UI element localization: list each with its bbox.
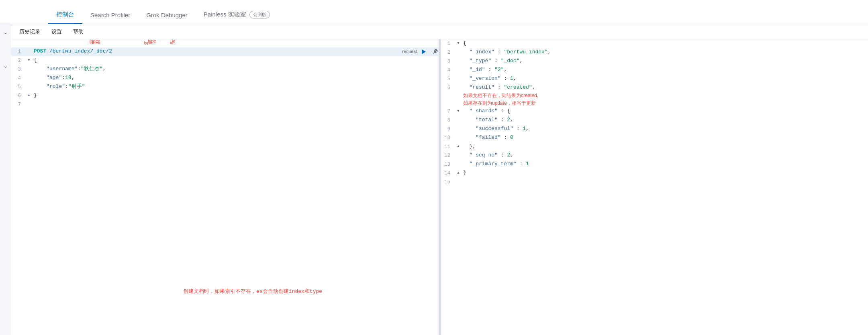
line-number: 2 [11,56,26,65]
line-fold-gutter [455,66,462,67]
tab-console[interactable]: 控制台 [48,11,82,24]
line-content: "total" : 2, [462,116,868,124]
line-fold-gutter [455,160,462,161]
code-line: 1POST /bertwu_index/_doc/2request [11,47,439,56]
line-fold-gutter [455,125,462,126]
line-content: POST /bertwu_index/_doc/2 [32,47,399,56]
left-editor-pane: index type id indextypeid 1POST /bertwu_… [11,39,439,335]
line-content: "result" : "created", 如果文档不存在，则结果为create… [462,83,868,107]
settings-button[interactable]: 设置 [50,27,63,36]
code-line: 9 "successful" : 1, [441,125,868,134]
code-line: 15 [441,178,868,187]
line-fold-gutter [455,75,462,76]
line-number: 9 [441,125,455,133]
line-fold-gutter[interactable]: ▲ [455,142,462,149]
code-line: 5 "_version" : 1, [441,75,868,83]
wrench-button[interactable] [431,48,439,56]
code-line: 7 [11,100,439,109]
code-line: 2▼{ [11,56,439,65]
line-number: 13 [441,160,455,169]
line-number: 7 [441,107,455,116]
line-number: 7 [11,100,26,109]
line-content: "_index" : "bertwu_index", [462,48,868,57]
line-number: 3 [441,57,455,65]
line-number: 3 [11,65,26,73]
line-content: "username":"狄仁杰", [32,65,439,73]
line-fold-gutter [26,83,32,84]
code-line: 14▲} [441,169,868,178]
line-content: "age":18, [32,74,439,82]
run-button[interactable] [419,47,428,56]
line-fold-gutter[interactable]: ▲ [455,169,462,176]
line-content: "successful" : 1, [462,125,868,133]
request-label: request [402,48,417,55]
line-fold-gutter[interactable]: ▼ [26,56,32,63]
toolbar: 历史记录 设置 帮助 [11,24,868,39]
line-number: 6 [441,83,455,92]
line-content: { [32,56,439,65]
painless-lab-label: Painless 实验室 [204,11,246,18]
split-pane: index type id indextypeid 1POST /bertwu_… [11,39,868,335]
collapse-btn-top[interactable]: ⌄ [2,27,10,37]
tab-painless-lab[interactable]: Painless 实验室 公测版 [196,11,278,24]
editor-area: 历史记录 设置 帮助 index type id indextypeid 1PO… [11,24,868,335]
line-number: 15 [441,178,455,186]
code-line: 1▼{ [441,39,868,48]
top-navigation: 控制台 Search Profiler Grok Debugger Painle… [0,0,868,24]
line-fold-gutter[interactable]: ▼ [455,107,462,114]
line-content: "_shards" : { [462,107,868,116]
tab-grok-debugger[interactable]: Grok Debugger [138,12,196,24]
help-button[interactable]: 帮助 [71,27,85,36]
line-number: 4 [441,66,455,74]
beta-badge: 公测版 [249,11,270,18]
code-line: 2 "_index" : "bertwu_index", [441,48,868,57]
line-fold-gutter [455,151,462,152]
line-content: "_primary_term" : 1 [462,160,868,169]
line-content: { [462,39,868,48]
line-fold-gutter [26,74,32,75]
code-line: 11▲ }, [441,142,868,151]
line-fold-gutter[interactable]: ▲ [26,91,32,98]
line-content: "failed" : 0 [462,134,868,142]
history-button[interactable]: 历史记录 [18,27,42,36]
right-editor-pane: 1▼{2 "_index" : "bertwu_index",3 "_type"… [441,39,868,335]
code-line: 7▼ "_shards" : { [441,107,868,116]
line-number: 5 [11,83,26,91]
right-code-editor[interactable]: 1▼{2 "_index" : "bertwu_index",3 "_type"… [441,39,868,335]
code-line: 8 "total" : 2, [441,116,868,125]
collapse-btn-bottom[interactable]: ⌄ [2,61,10,71]
code-line: 12 "_seq_no" : 2, [441,151,868,160]
code-line: 6 "result" : "created", 如果文档不存在，则结果为crea… [441,83,868,107]
line-content: "_id" : "2", [462,66,868,74]
line-fold-gutter [455,83,462,85]
line-content: "role":"射手" [32,83,439,91]
code-line: 4 "_id" : "2", [441,66,868,75]
code-line: 3 "username":"狄仁杰", [11,65,439,74]
line-number: 12 [441,151,455,160]
main-layout: ⌄ ⌄ 历史记录 设置 帮助 index type id indextyp [0,24,868,335]
line-fold-gutter [26,100,32,102]
line-number: 1 [11,47,26,56]
index-label: index [90,40,100,45]
code-line: 6▲} [11,91,439,100]
line-fold-gutter[interactable]: ▼ [455,39,462,46]
code-line: 4 "age":18, [11,74,439,83]
type-label: type [144,40,152,45]
code-line: 5 "role":"射手" [11,83,439,91]
line-fold-gutter [455,48,462,49]
sidebar-left: ⌄ ⌄ [0,24,11,335]
line-fold-gutter [26,65,32,66]
line-number: 8 [441,116,455,124]
line-content: "_seq_no" : 2, [462,151,868,160]
line-number: 4 [11,74,26,82]
line-content: "_type" : "_doc", [462,57,868,65]
id-label: id [170,40,174,45]
line-content: } [462,169,868,177]
line-content: } [32,91,439,100]
line-number: 6 [11,91,26,100]
line-number: 10 [441,134,455,142]
line-fold-gutter [455,57,462,58]
line-number: 11 [441,142,455,151]
line-number: 2 [441,48,455,57]
tab-search-profiler[interactable]: Search Profiler [82,12,138,24]
